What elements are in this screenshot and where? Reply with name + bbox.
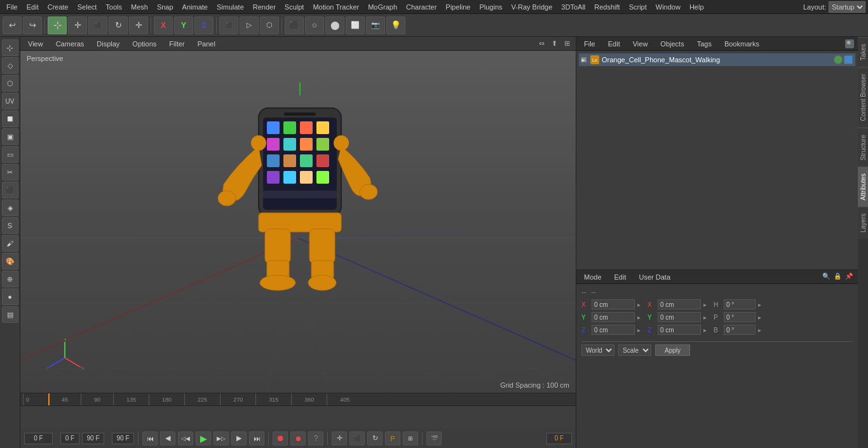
scale-tool-button[interactable]: ⬛ bbox=[88, 17, 107, 34]
plane-btn[interactable]: ⬜ bbox=[346, 17, 365, 34]
obj-menu-bookmarks[interactable]: Bookmarks bbox=[721, 39, 763, 49]
menu-mesh[interactable]: Mesh bbox=[127, 2, 152, 12]
attr-menu-userdata[interactable]: User Data bbox=[635, 272, 675, 282]
loop-cut-btn[interactable]: S bbox=[2, 217, 18, 234]
polygons-mode-button[interactable]: ⬡ bbox=[2, 75, 18, 92]
menu-tools[interactable]: Tools bbox=[102, 2, 126, 12]
attr-menu-mode[interactable]: Mode bbox=[580, 272, 606, 282]
vp-ctrl-grid[interactable]: ⊞ bbox=[562, 39, 572, 49]
play-button[interactable]: ▶ bbox=[196, 431, 211, 445]
camera-btn[interactable]: 📷 bbox=[366, 17, 385, 34]
timeline-track[interactable] bbox=[20, 406, 576, 428]
y-pos-input-2[interactable] bbox=[658, 312, 701, 322]
rotate-tool-button[interactable]: ↻ bbox=[109, 17, 128, 34]
obj-menu-tags[interactable]: Tags bbox=[693, 39, 715, 49]
bottom-icon-1[interactable]: ● bbox=[2, 288, 18, 305]
tag-blue[interactable] bbox=[844, 55, 853, 64]
cube-btn[interactable]: ⬛ bbox=[285, 17, 304, 34]
h-input[interactable] bbox=[724, 299, 756, 309]
x-axis-button[interactable]: X bbox=[154, 17, 173, 34]
next-keyframe-button[interactable]: ▶▷ bbox=[214, 431, 229, 445]
timeline-ruler[interactable]: 0 45 90 135 180 225 270 315 360 405 bbox=[20, 393, 576, 406]
menu-sculpt[interactable]: Sculpt bbox=[281, 2, 308, 12]
preview-end-input[interactable] bbox=[112, 433, 134, 444]
attr-pin-icon[interactable]: 📌 bbox=[845, 273, 854, 282]
menu-snap[interactable]: Snap bbox=[153, 2, 177, 12]
tag-green[interactable] bbox=[834, 55, 843, 64]
menu-animate[interactable]: Animate bbox=[179, 2, 212, 12]
viewport-3d[interactable]: Perspective Grid Spacing : 100 cm X Z Y bbox=[20, 51, 576, 393]
p-input[interactable] bbox=[724, 312, 756, 322]
menu-edit[interactable]: Edit bbox=[23, 2, 43, 12]
menu-select[interactable]: Select bbox=[74, 2, 101, 12]
menu-script[interactable]: Script bbox=[625, 2, 651, 12]
points-mode-button[interactable]: ⊹ bbox=[2, 39, 18, 56]
object-row-mascot[interactable]: ▶ Lo Orange_Cell_Phone_Mascot_Walking bbox=[579, 53, 855, 66]
z-axis-button[interactable]: Z bbox=[194, 17, 214, 34]
menu-help[interactable]: Help bbox=[686, 2, 708, 12]
undo-button[interactable]: ↩ bbox=[3, 17, 22, 34]
goto-start-button[interactable]: ⏮ bbox=[142, 431, 158, 445]
menu-window[interactable]: Window bbox=[652, 2, 684, 12]
scale-select[interactable]: Scale bbox=[618, 344, 651, 356]
z-pos-input[interactable] bbox=[592, 325, 635, 335]
menu-motion-tracker[interactable]: Motion Tracker bbox=[309, 2, 363, 12]
menu-render[interactable]: Render bbox=[249, 2, 280, 12]
menu-create[interactable]: Create bbox=[44, 2, 72, 12]
menu-file[interactable]: File bbox=[3, 2, 22, 12]
uv-mode-button[interactable]: UV bbox=[2, 93, 18, 109]
paint-btn[interactable]: 🎨 bbox=[2, 253, 18, 269]
attr-search-icon[interactable]: 🔍 bbox=[822, 273, 831, 282]
transform-tool-button[interactable]: ✛ bbox=[129, 17, 148, 34]
obj-search-icon[interactable]: 🔍 bbox=[845, 39, 854, 48]
anim-layer-btn[interactable]: ⊞ bbox=[403, 431, 418, 445]
vp-ctrl-arrows[interactable]: ⇔ bbox=[536, 39, 546, 49]
y-axis-button[interactable]: Y bbox=[174, 17, 193, 34]
prev-frame-button[interactable]: ◀ bbox=[160, 431, 175, 445]
vp-ctrl-expand[interactable]: ⬆ bbox=[549, 39, 559, 49]
vp-menu-display[interactable]: Display bbox=[93, 39, 123, 49]
x-pos-input-2[interactable] bbox=[658, 299, 701, 309]
obj-menu-objects[interactable]: Objects bbox=[656, 39, 688, 49]
obj-expand-icon[interactable]: ▶ bbox=[581, 57, 587, 62]
frame-end-input[interactable] bbox=[82, 433, 104, 444]
vtab-attributes[interactable]: Attributes bbox=[858, 166, 868, 207]
floor-btn[interactable]: ▭ bbox=[2, 146, 18, 163]
vtab-takes[interactable]: Takes bbox=[858, 37, 868, 67]
move-tool-button[interactable]: ✛ bbox=[68, 17, 87, 34]
obj-menu-view[interactable]: View bbox=[629, 39, 652, 49]
vtab-content-browser[interactable]: Content Browser bbox=[858, 67, 868, 127]
motion-clip-btn[interactable]: P bbox=[385, 431, 400, 445]
boole-btn[interactable]: ⊕ bbox=[2, 271, 18, 287]
vp-menu-filter[interactable]: Filter bbox=[165, 39, 188, 49]
vp-menu-view[interactable]: View bbox=[24, 39, 47, 49]
layout-select[interactable]: Startup bbox=[829, 1, 865, 13]
vp-menu-options[interactable]: Options bbox=[128, 39, 160, 49]
loop-btn[interactable]: ↻ bbox=[367, 431, 383, 445]
bevel-btn[interactable]: ◈ bbox=[2, 200, 18, 216]
apply-button[interactable]: Apply bbox=[655, 344, 690, 356]
goto-end-button[interactable]: ⏭ bbox=[249, 431, 264, 445]
attr-lock-icon[interactable]: 🔒 bbox=[834, 273, 843, 282]
record-auto-button[interactable]: ⏺ bbox=[290, 431, 306, 445]
key-btn[interactable]: ⬛ bbox=[349, 431, 365, 445]
menu-mograph[interactable]: MoGraph bbox=[364, 2, 401, 12]
z-pos-input-2[interactable] bbox=[658, 325, 701, 335]
select-tool-button[interactable]: ⊹ bbox=[48, 17, 67, 34]
mesh-mode-button[interactable]: ▷ bbox=[240, 17, 259, 34]
vtab-layers[interactable]: Layers bbox=[858, 207, 868, 239]
sculpt-btn[interactable]: 🖌 bbox=[2, 235, 18, 252]
light-btn[interactable]: 💡 bbox=[386, 17, 405, 34]
bottom-icon-2[interactable]: ▤ bbox=[2, 306, 18, 323]
render-region-button[interactable]: ▣ bbox=[2, 128, 18, 145]
attr-menu-edit[interactable]: Edit bbox=[611, 272, 630, 282]
obj-menu-edit[interactable]: Edit bbox=[604, 39, 624, 49]
knife-btn[interactable]: ✂ bbox=[2, 164, 18, 180]
model-mode-button[interactable]: ⬛ bbox=[219, 17, 238, 34]
menu-pipeline[interactable]: Pipeline bbox=[442, 2, 474, 12]
vp-menu-cameras[interactable]: Cameras bbox=[52, 39, 88, 49]
x-pos-input[interactable] bbox=[592, 299, 635, 309]
next-frame-button[interactable]: ▶ bbox=[231, 431, 247, 445]
sphere-btn[interactable]: ○ bbox=[305, 17, 324, 34]
poly-mode-button[interactable]: ⬡ bbox=[260, 17, 279, 34]
